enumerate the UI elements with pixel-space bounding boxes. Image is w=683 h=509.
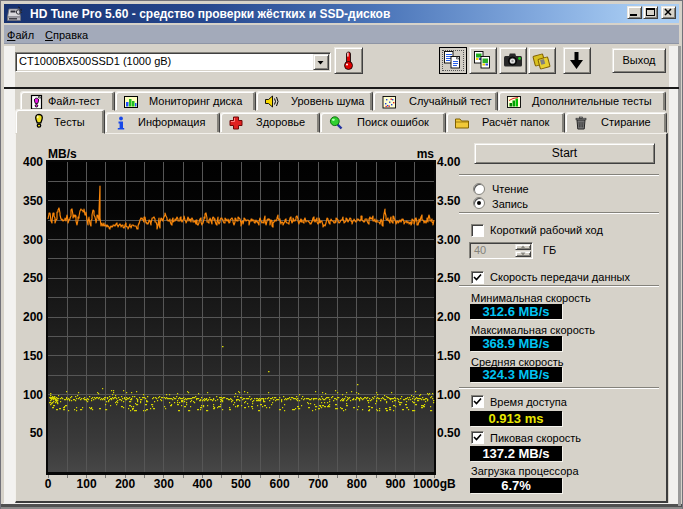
svg-text:400: 400	[192, 477, 212, 491]
svg-text:600: 600	[270, 477, 290, 491]
svg-text:300: 300	[154, 477, 174, 491]
svg-text:700: 700	[308, 477, 328, 491]
svg-text:2.00: 2.00	[437, 310, 461, 324]
svg-text:300: 300	[23, 233, 43, 247]
svg-text:200: 200	[115, 477, 135, 491]
svg-text:1000gB: 1000gB	[413, 477, 456, 491]
svg-text:250: 250	[23, 271, 43, 285]
svg-text:3.50: 3.50	[437, 194, 461, 208]
svg-text:2.50: 2.50	[437, 271, 461, 285]
svg-text:100: 100	[77, 477, 97, 491]
svg-text:MB/s: MB/s	[48, 147, 77, 161]
svg-text:350: 350	[23, 194, 43, 208]
svg-text:3.00: 3.00	[437, 233, 461, 247]
svg-text:400: 400	[23, 155, 43, 169]
svg-text:0.50: 0.50	[437, 426, 461, 440]
svg-text:ms: ms	[417, 147, 435, 161]
svg-text:500: 500	[231, 477, 251, 491]
svg-text:4.00: 4.00	[437, 155, 461, 169]
svg-text:150: 150	[23, 349, 43, 363]
svg-text:1.50: 1.50	[437, 349, 461, 363]
svg-text:900: 900	[385, 477, 405, 491]
svg-text:100: 100	[23, 388, 43, 402]
svg-text:0: 0	[45, 477, 52, 491]
svg-text:50: 50	[30, 426, 44, 440]
svg-text:200: 200	[23, 310, 43, 324]
svg-text:800: 800	[347, 477, 367, 491]
svg-text:1.00: 1.00	[437, 388, 461, 402]
